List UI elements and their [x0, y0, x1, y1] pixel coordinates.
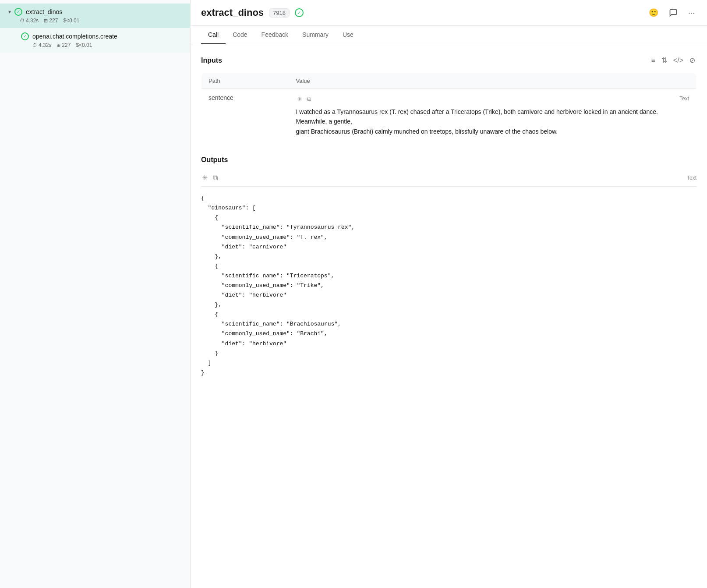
tab-call[interactable]: Call: [201, 26, 226, 44]
output-asterisk-button[interactable]: ✳: [201, 173, 209, 183]
copy-button[interactable]: ⧉: [306, 94, 312, 103]
tab-code[interactable]: Code: [226, 26, 254, 44]
more-options-button[interactable]: ···: [686, 7, 696, 19]
main-item-name: extract_dinos: [26, 8, 62, 15]
output-copy-button[interactable]: ⧉: [212, 173, 219, 183]
table-row: sentence ✳ ⧉ Text I watched as a Tyranno…: [201, 89, 696, 142]
main-item-cost: $<0.01: [63, 18, 79, 24]
outputs-section: Outputs ✳ ⧉ Text { "dinosaurs": [ { "sci…: [201, 156, 696, 385]
cell-actions: ✳ ⧉ Text: [296, 94, 689, 103]
main-panel: extract_dinos 7918 ✓ 🙂 ··· Call Code Fee…: [191, 0, 707, 588]
sort-button[interactable]: ⇅: [660, 55, 668, 66]
sub-item-cost: $<0.01: [76, 42, 92, 48]
value-cell: ✳ ⧉ Text I watched as a Tyrannosaurus re…: [289, 89, 696, 142]
chat-button[interactable]: [667, 7, 679, 19]
tab-use[interactable]: Use: [336, 26, 361, 44]
main-item-time: ⏱ 4.32s: [20, 18, 39, 24]
sidebar: ▾ ✓ extract_dinos ⏱ 4.32s ⊞ 227 $<0.01 ✓: [0, 0, 191, 588]
tab-feedback[interactable]: Feedback: [255, 26, 295, 44]
header: extract_dinos 7918 ✓ 🙂 ···: [191, 0, 707, 26]
output-toolbar: ✳ ⧉ Text: [201, 169, 696, 187]
output-type-badge: Text: [687, 175, 696, 181]
sub-item-tokens: ⊞ 227: [57, 42, 71, 48]
grid-icon: ⊞: [44, 18, 48, 24]
sub-item-meta: ⏱ 4.32s ⊞ 227 $<0.01: [21, 42, 183, 48]
clock-icon: ⏱: [20, 18, 25, 23]
type-badge: Text: [679, 95, 689, 103]
value-column-header: Value: [289, 73, 696, 89]
path-column-header: Path: [201, 73, 289, 89]
page-title: extract_dinos: [201, 7, 264, 18]
header-left: extract_dinos 7918 ✓: [201, 7, 304, 18]
run-badge: 7918: [269, 8, 290, 18]
outputs-title: Outputs: [201, 156, 228, 164]
header-status-icon: ✓: [295, 8, 304, 17]
inputs-section-header: Inputs ≡ ⇅ </> ⊘: [201, 55, 696, 66]
main-item-meta: ⏱ 4.32s ⊞ 227 $<0.01: [8, 18, 183, 24]
tabs: Call Code Feedback Summary Use: [191, 26, 707, 44]
output-code-block: { "dinosaurs": [ { "scientific_name": "T…: [201, 187, 696, 385]
list-view-button[interactable]: ≡: [650, 55, 657, 66]
path-cell: sentence: [201, 89, 289, 142]
hide-button[interactable]: ⊘: [688, 55, 696, 66]
sentence-value: I watched as a Tyrannosaurus rex (T. rex…: [296, 108, 658, 135]
outputs-section-header: Outputs: [201, 156, 696, 164]
code-view-button[interactable]: </>: [672, 55, 685, 66]
inputs-actions: ≡ ⇅ </> ⊘: [650, 55, 696, 66]
sidebar-item-openai[interactable]: ✓ openai.chat.completions.create ⏱ 4.32s…: [0, 28, 190, 53]
status-icon-main: ✓: [14, 8, 22, 16]
inputs-title: Inputs: [201, 57, 222, 64]
sub-item-name: openai.chat.completions.create: [32, 33, 117, 40]
chevron-down-icon: ▾: [8, 9, 11, 15]
emoji-button[interactable]: 🙂: [647, 6, 660, 19]
content-area: Inputs ≡ ⇅ </> ⊘ Path Value sentence: [191, 44, 707, 588]
tab-summary[interactable]: Summary: [295, 26, 336, 44]
header-right: 🙂 ···: [647, 6, 696, 19]
sidebar-item-extract-dinos[interactable]: ▾ ✓ extract_dinos ⏱ 4.32s ⊞ 227 $<0.01: [0, 4, 190, 28]
clock-icon-sub: ⏱: [32, 43, 37, 48]
sub-item-time: ⏱ 4.32s: [32, 42, 51, 48]
grid-icon-sub: ⊞: [57, 43, 60, 48]
status-icon-sub: ✓: [21, 32, 29, 40]
main-item-tokens: ⊞ 227: [44, 18, 58, 24]
inputs-table: Path Value sentence ✳ ⧉ Text I wa: [201, 73, 696, 142]
asterisk-button[interactable]: ✳: [296, 95, 303, 103]
